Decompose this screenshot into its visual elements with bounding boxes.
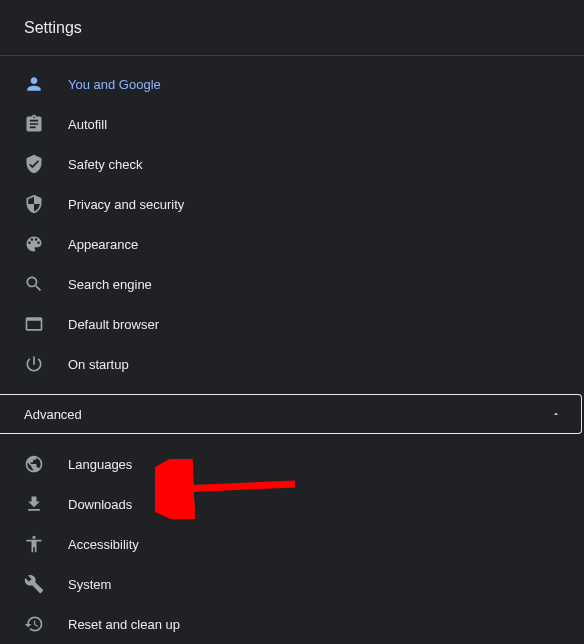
clipboard-icon (24, 114, 44, 134)
main-nav: You and Google Autofill Safety check Pri… (0, 56, 584, 644)
sidebar-item-label: System (68, 577, 111, 592)
palette-icon (24, 234, 44, 254)
sidebar-item-label: Appearance (68, 237, 138, 252)
sidebar-item-appearance[interactable]: Appearance (0, 224, 584, 264)
sidebar-item-label: Accessibility (68, 537, 139, 552)
browser-icon (24, 314, 44, 334)
sidebar-item-label: Default browser (68, 317, 159, 332)
sidebar-item-system[interactable]: System (0, 564, 584, 604)
sidebar-item-search-engine[interactable]: Search engine (0, 264, 584, 304)
shield-icon (24, 194, 44, 214)
sidebar-item-label: Autofill (68, 117, 107, 132)
power-icon (24, 354, 44, 374)
sidebar-item-languages[interactable]: Languages (0, 444, 584, 484)
sidebar-item-privacy-security[interactable]: Privacy and security (0, 184, 584, 224)
sidebar-item-label: Search engine (68, 277, 152, 292)
sidebar-item-downloads[interactable]: Downloads (0, 484, 584, 524)
page-title: Settings (24, 19, 82, 37)
sidebar-item-on-startup[interactable]: On startup (0, 344, 584, 384)
accessibility-icon (24, 534, 44, 554)
download-icon (24, 494, 44, 514)
sidebar-item-default-browser[interactable]: Default browser (0, 304, 584, 344)
sidebar-item-label: On startup (68, 357, 129, 372)
shield-check-icon (24, 154, 44, 174)
restore-icon (24, 614, 44, 634)
sidebar-item-label: Downloads (68, 497, 132, 512)
settings-header: Settings (0, 0, 584, 56)
sidebar-item-you-and-google[interactable]: You and Google (0, 64, 584, 104)
sidebar-item-reset[interactable]: Reset and clean up (0, 604, 584, 644)
sidebar-item-label: Privacy and security (68, 197, 184, 212)
search-icon (24, 274, 44, 294)
sidebar-item-autofill[interactable]: Autofill (0, 104, 584, 144)
sidebar-item-safety-check[interactable]: Safety check (0, 144, 584, 184)
globe-icon (24, 454, 44, 474)
sidebar-item-accessibility[interactable]: Accessibility (0, 524, 584, 564)
sidebar-item-label: Languages (68, 457, 132, 472)
advanced-label: Advanced (24, 407, 82, 422)
advanced-toggle[interactable]: Advanced (0, 394, 582, 434)
person-icon (24, 74, 44, 94)
sidebar-item-label: Safety check (68, 157, 142, 172)
wrench-icon (24, 574, 44, 594)
chevron-up-icon (551, 407, 561, 422)
sidebar-item-label: Reset and clean up (68, 617, 180, 632)
sidebar-item-label: You and Google (68, 77, 161, 92)
